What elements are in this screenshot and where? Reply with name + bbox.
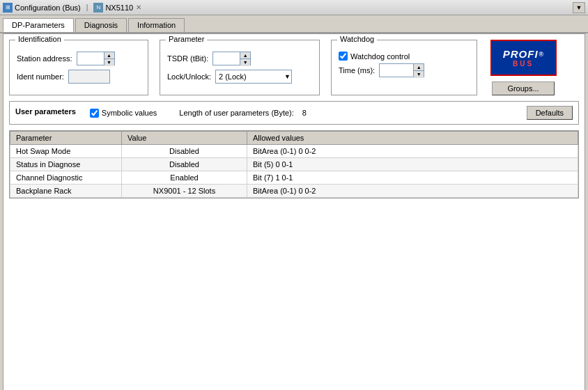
parameter-title: Parameter (166, 35, 207, 43)
station-address-up[interactable]: ▲ (105, 52, 114, 59)
symbolic-values-checkbox[interactable] (90, 109, 99, 118)
watchdog-time-label: Time (ms): (339, 66, 375, 75)
logo-groups-area: PROFI ® BUS Groups... (488, 40, 558, 95)
identification-title: Identification (15, 35, 64, 43)
defaults-button[interactable]: Defaults (527, 106, 573, 120)
sub-tab-bar: DP-Parameters Diagnosis Information (0, 15, 588, 33)
station-address-input[interactable]: 1 (77, 52, 104, 65)
symbolic-values-label: Symbolic values (102, 109, 157, 117)
watchdog-control-label: Watchdog control (350, 52, 410, 61)
length-label: Length of user parameters (Byte): (179, 109, 293, 117)
watchdog-time-down[interactable]: ▼ (414, 71, 424, 78)
tab-separator: | (86, 3, 88, 11)
cell-allowed-0: BitArea (0-1) 0 0-2 (247, 145, 578, 158)
tsdr-spinbtns: ▲ ▼ (240, 52, 250, 65)
col-value: Value (122, 132, 247, 145)
user-params-header: User parameters Symbolic values Length o… (15, 106, 573, 120)
table-row[interactable]: Hot Swap Mode Disabled BitArea (0-1) 0 0… (10, 145, 578, 158)
lock-unlock-row: Lock/Unlock: 1 (Unlock) 2 (Lock) 3 (Auto… (167, 70, 312, 84)
watchdog-time-spinbtns: ▲ ▼ (413, 64, 424, 77)
station-address-spinbtns: ▲ ▼ (104, 52, 114, 65)
watchdog-control-checkbox[interactable] (339, 52, 348, 61)
tsdr-spinner[interactable]: 11 ▲ ▼ (212, 52, 251, 65)
tab1-label[interactable]: Configuration (Bus) (15, 3, 81, 12)
logo-profi-row: PROFI ® (503, 48, 543, 60)
cell-value-3: NX9001 - 12 Slots (122, 185, 247, 198)
col-allowed: Allowed values (247, 132, 578, 145)
cell-value-2: Enabled (122, 171, 247, 185)
logo-bus-text: BUS (513, 60, 534, 68)
lock-unlock-select[interactable]: 1 (Unlock) 2 (Lock) 3 (Auto) (215, 70, 292, 84)
cell-parameter-3: Backplane Rack (10, 185, 122, 198)
params-table: Parameter Value Allowed values Hot Swap … (10, 131, 578, 198)
watchdog-control-row: Watchdog control (339, 52, 470, 61)
top-row: Identification Station address: 1 ▲ ▼ Id… (9, 40, 579, 95)
nx-tab-icon: N (93, 3, 103, 13)
tab2-label[interactable]: NX5110 (105, 3, 133, 12)
ident-number-input: 0x0EDD (68, 70, 110, 84)
symbolic-values-row: Symbolic values (90, 109, 157, 118)
cell-value-1: Disabled (122, 158, 247, 171)
tab-diagnosis[interactable]: Diagnosis (75, 18, 127, 32)
lock-unlock-wrapper[interactable]: 1 (Unlock) 2 (Lock) 3 (Auto) ▼ (215, 70, 292, 84)
tsdr-label: TSDR (tBit): (167, 54, 208, 63)
watchdog-title: Watchdog (337, 35, 377, 43)
ident-number-label: Ident number: (17, 72, 64, 81)
tab-dp-parameters[interactable]: DP-Parameters (3, 18, 74, 32)
tab-information[interactable]: Information (128, 18, 185, 32)
user-params-title: User parameters (15, 107, 76, 116)
table-body: Hot Swap Mode Disabled BitArea (0-1) 0 0… (10, 145, 578, 198)
lock-unlock-label: Lock/Unlock: (167, 72, 211, 81)
watchdog-time-row: Time (ms): 100 ▲ ▼ (339, 63, 470, 77)
table-header-row: Parameter Value Allowed values (10, 132, 578, 145)
identification-section: Identification Station address: 1 ▲ ▼ Id… (9, 40, 148, 95)
station-address-spinner[interactable]: 1 ▲ ▼ (77, 52, 115, 65)
col-parameter: Parameter (10, 132, 122, 145)
cell-parameter-2: Channel Diagnostic (10, 171, 122, 185)
station-address-row: Station address: 1 ▲ ▼ (17, 52, 141, 65)
defaults-wrapper: Defaults (527, 106, 573, 120)
main-area: Identification Station address: 1 ▲ ▼ Id… (3, 33, 585, 390)
station-address-down[interactable]: ▼ (105, 59, 114, 66)
profibus-logo: PROFI ® BUS (490, 40, 557, 76)
dropdown-btn[interactable]: ▼ (573, 2, 585, 13)
content-area: Identification Station address: 1 ▲ ▼ Id… (3, 34, 585, 390)
watchdog-time-up[interactable]: ▲ (414, 64, 424, 71)
watchdog-section: Watchdog Watchdog control Time (ms): 100… (331, 40, 477, 95)
tsdr-up[interactable]: ▲ (240, 52, 250, 59)
cell-allowed-2: Bit (7) 1 0-1 (247, 171, 578, 185)
cell-allowed-1: Bit (5) 0 0-1 (247, 158, 578, 171)
logo-trademark: ® (539, 51, 544, 58)
dropdown-arrow-icon: ▼ (576, 4, 582, 11)
cell-allowed-3: BitArea (0-1) 0 0-2 (247, 185, 578, 198)
user-params-section: User parameters Symbolic values Length o… (9, 101, 579, 125)
watchdog-time-spinner[interactable]: 100 ▲ ▼ (379, 63, 424, 77)
tsdr-row: TSDR (tBit): 11 ▲ ▼ (167, 52, 312, 65)
logo-profi-text: PROFI (503, 48, 539, 60)
bus-tab-icon: ⊞ (3, 3, 13, 13)
cell-value-0: Disabled (122, 145, 247, 158)
watchdog-time-input[interactable]: 100 (380, 64, 413, 77)
table-row[interactable]: Channel Diagnostic Enabled Bit (7) 1 0-1 (10, 171, 578, 185)
title-bar-right: ▼ (573, 2, 585, 13)
ident-number-row: Ident number: 0x0EDD (17, 70, 141, 84)
table-row[interactable]: Status in Diagnose Disabled Bit (5) 0 0-… (10, 158, 578, 171)
title-bar: ⊞ Configuration (Bus) | N NX5110 ✕ ▼ (0, 0, 588, 15)
tsdr-down[interactable]: ▼ (240, 59, 250, 66)
table-row[interactable]: Backplane Rack NX9001 - 12 Slots BitArea… (10, 185, 578, 198)
table-container: Parameter Value Allowed values Hot Swap … (9, 130, 579, 198)
tab2-close[interactable]: ✕ (136, 3, 141, 11)
station-address-label: Station address: (17, 54, 72, 63)
tsdr-input[interactable]: 11 (213, 52, 240, 65)
cell-parameter-0: Hot Swap Mode (10, 145, 122, 158)
length-value: 8 (302, 109, 307, 117)
groups-button[interactable]: Groups... (492, 81, 555, 95)
parameter-section: Parameter TSDR (tBit): 11 ▲ ▼ Lock/Unloc… (160, 40, 320, 95)
cell-parameter-1: Status in Diagnose (10, 158, 122, 171)
